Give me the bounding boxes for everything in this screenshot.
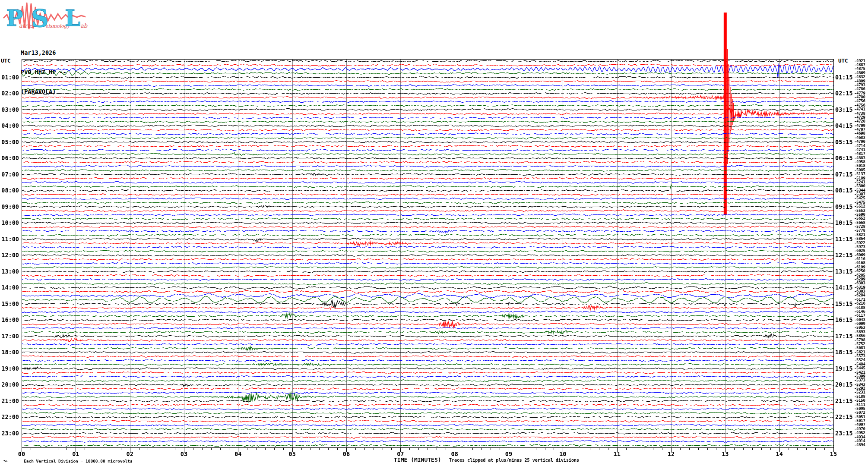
helicorder-page: P atras S eismology L ab Mar13,2026 PVO … xyxy=(0,0,868,466)
minute-label: 06 xyxy=(341,450,352,457)
right-time-label: 03:15 xyxy=(835,106,855,113)
seismogram-plot xyxy=(0,0,868,466)
trace-offset-value: -5512 xyxy=(854,205,868,208)
right-time-label: 08:15 xyxy=(835,187,855,194)
clip-note: Traces clipped at plus/minus 25 vertical… xyxy=(449,458,579,463)
left-time-label: 15:00 xyxy=(0,300,19,307)
left-time-label: 23:00 xyxy=(0,430,19,437)
left-time-label: 14:00 xyxy=(0,284,19,291)
trace-offset-value: -4720 xyxy=(854,120,868,123)
left-time-label: 10:00 xyxy=(0,219,19,226)
right-time-label: 15:15 xyxy=(835,300,855,307)
right-time-label: 23:15 xyxy=(835,430,855,437)
trace-offset-value: -5856 xyxy=(854,334,868,338)
right-time-label: 22:15 xyxy=(835,413,855,420)
right-time-label: 09:15 xyxy=(835,203,855,210)
trace-offset-value: -4894 xyxy=(854,443,868,447)
minute-label: 03 xyxy=(178,450,190,457)
right-time-label: 10:15 xyxy=(835,219,855,226)
trace-offset-value: -5300 xyxy=(854,184,868,188)
minute-label: 08 xyxy=(449,450,460,457)
right-time-label: 18:15 xyxy=(835,349,855,356)
trace-offset-value: -5373 xyxy=(854,378,868,382)
minute-label: 13 xyxy=(719,450,731,457)
minute-label: 00 xyxy=(16,450,27,457)
trace-offset-value: -4832 xyxy=(854,75,868,79)
left-time-label: 12:00 xyxy=(0,252,19,258)
right-time-label: 05:15 xyxy=(835,139,855,145)
trace-offset-value: -6025 xyxy=(854,249,868,253)
right-time-label: 04:15 xyxy=(835,122,855,129)
minute-label: 12 xyxy=(665,450,677,457)
trace-offset-value: -6117 xyxy=(854,314,868,318)
minute-label: 14 xyxy=(774,450,785,457)
minute-label: 10 xyxy=(557,450,568,457)
left-time-label: 06:00 xyxy=(0,154,19,161)
left-time-label: 16:00 xyxy=(0,316,19,323)
right-time-label: 19:15 xyxy=(835,365,855,372)
right-time-label: 16:15 xyxy=(835,316,855,323)
left-time-label: 20:00 xyxy=(0,381,19,388)
scale-note: Each Vertical Division = 10000.00 microv… xyxy=(24,459,133,463)
right-time-label: 21:15 xyxy=(835,397,855,404)
trace-offset-value: -5445 xyxy=(854,366,868,370)
left-time-label: 09:00 xyxy=(0,203,19,210)
right-time-label: 12:15 xyxy=(835,252,855,258)
trace-offset-value: -6303 xyxy=(854,281,868,285)
trace-offset-value: -5150 xyxy=(854,399,868,403)
trace-offset-value: -5681 xyxy=(854,346,868,350)
trace-offset-value: -4952 xyxy=(854,431,868,435)
trace-offset-value: -5864 xyxy=(854,237,868,241)
minute-label: 01 xyxy=(70,450,81,457)
left-time-label: 01:00 xyxy=(0,74,19,81)
right-time-label: 07:15 xyxy=(835,171,855,178)
minute-label: 04 xyxy=(232,450,244,457)
right-time-label: 02:15 xyxy=(835,90,855,97)
left-time-label: 17:00 xyxy=(0,333,19,340)
trace-offset-value: -5072 xyxy=(854,411,868,415)
minute-label: 09 xyxy=(503,450,514,457)
trace-offset-value: -5137 xyxy=(854,172,868,176)
minute-label: 02 xyxy=(124,450,136,457)
left-time-label: 18:00 xyxy=(0,349,19,356)
left-time-label: 02:00 xyxy=(0,90,19,97)
left-time-label: 22:00 xyxy=(0,413,19,420)
left-time-label: 13:00 xyxy=(0,268,19,275)
minute-label: 05 xyxy=(287,450,298,457)
right-time-label: 11:15 xyxy=(835,236,855,242)
trace-offset-value: -6250 xyxy=(854,269,868,273)
trace-offset-value: -6216 xyxy=(854,302,868,305)
left-time-label: 21:00 xyxy=(0,397,19,404)
right-time-label: 06:15 xyxy=(835,154,855,161)
left-time-label: 03:00 xyxy=(0,106,19,113)
trace-offset-value: -4741 xyxy=(854,107,868,111)
left-time-label: 05:00 xyxy=(0,139,19,145)
trace-offset-value: -4700 xyxy=(854,140,868,144)
right-time-label: 14:15 xyxy=(835,284,855,291)
right-time-label: 01:15 xyxy=(835,74,855,81)
right-time-label: 13:15 xyxy=(835,268,855,275)
left-time-label: 07:00 xyxy=(0,171,19,178)
minute-label: 11 xyxy=(611,450,623,457)
minute-label: 15 xyxy=(828,450,839,457)
left-time-label: 19:00 xyxy=(0,365,19,372)
left-time-label: 11:00 xyxy=(0,236,19,242)
right-time-label: 20:15 xyxy=(835,381,855,388)
right-time-label: 17:15 xyxy=(835,333,855,340)
x-axis-title: TIME (MINUTES) xyxy=(394,457,441,463)
trace-offset-value: -5652 xyxy=(854,217,868,220)
left-time-label: 08:00 xyxy=(0,187,19,194)
left-time-label: 04:00 xyxy=(0,122,19,129)
trace-offset-value: -4817 xyxy=(854,152,868,156)
trace-offset-value: -4786 xyxy=(854,87,868,91)
